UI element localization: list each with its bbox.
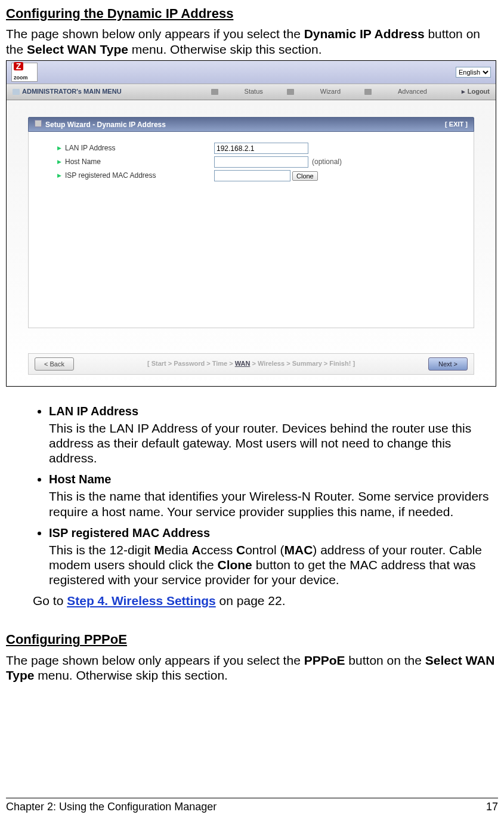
page-footer: Chapter 2: Using the Configuration Manag…	[6, 798, 498, 814]
panel-icon	[35, 120, 42, 127]
router-screenshot: zoom English ADMINISTRATOR's MAIN MENU S…	[6, 60, 496, 387]
section-heading-dynamic-ip: Configuring the Dynamic IP Address	[6, 6, 498, 21]
clone-button[interactable]: Clone	[292, 171, 318, 181]
status-icon	[211, 89, 218, 95]
back-button[interactable]: < Back	[35, 357, 74, 371]
zoom-logo: zoom	[11, 63, 38, 82]
panel-body: ▶ LAN IP Address ▶ Host Name (optional) …	[28, 132, 474, 328]
step4-link[interactable]: Step 4. Wireless Settings	[67, 594, 216, 607]
wizard-steps: [ Start > Password > Time > WAN > Wirele…	[74, 360, 428, 368]
field-descriptions: LAN IP Address This is the LAN IP Addres…	[6, 403, 498, 588]
goto-line: Go to Step 4. Wireless Settings on page …	[33, 593, 498, 608]
main-menu-label: ADMINISTRATOR's MAIN MENU	[22, 88, 122, 95]
next-button[interactable]: Next >	[428, 357, 468, 371]
row-host-name: ▶ Host Name (optional)	[39, 156, 463, 168]
host-name-label: Host Name	[65, 158, 214, 166]
admin-menu-bar: ADMINISTRATOR's MAIN MENU Status Wizard …	[7, 84, 496, 100]
bullet-mac: ISP registered MAC Address This is the 1…	[49, 525, 498, 588]
footer-chapter: Chapter 2: Using the Configuration Manag…	[6, 801, 217, 814]
menu-wizard[interactable]: Wizard	[320, 88, 341, 95]
bullet-icon: ▶	[57, 172, 61, 179]
language-select[interactable]: English	[456, 67, 491, 78]
row-lan-ip: ▶ LAN IP Address	[39, 143, 463, 154]
panel-header: Setup Wizard - Dynamic IP Address [ EXIT…	[28, 117, 474, 132]
wizard-icon	[287, 89, 294, 95]
panel-title: Setup Wizard - Dynamic IP Address	[45, 121, 166, 129]
bullet-icon: ▶	[57, 145, 61, 152]
exit-link[interactable]: [ EXIT ]	[445, 121, 468, 128]
menu-logout[interactable]: Logout	[468, 88, 490, 95]
bullet-host-name: Host Name This is the name that identifi…	[49, 471, 498, 519]
intro-paragraph-2: The page shown below only appears if you…	[6, 653, 498, 683]
lan-ip-label: LAN IP Address	[65, 144, 214, 152]
section-heading-pppoe: Configuring PPPoE	[6, 632, 498, 647]
bullet-icon: ▶	[57, 159, 61, 165]
wizard-footer: < Back [ Start > Password > Time > WAN >…	[28, 353, 474, 375]
mac-label: ISP registered MAC Address	[65, 171, 214, 180]
folder-icon	[13, 89, 20, 95]
bullet-lan-ip: LAN IP Address This is the LAN IP Addres…	[49, 403, 498, 466]
lan-ip-input[interactable]	[214, 143, 308, 154]
row-mac: ▶ ISP registered MAC Address Clone	[39, 170, 463, 181]
intro-paragraph-1: The page shown below only appears if you…	[6, 26, 498, 56]
menu-advanced[interactable]: Advanced	[398, 88, 427, 95]
mac-input[interactable]	[214, 170, 290, 181]
advanced-icon	[364, 89, 372, 95]
footer-page-number: 17	[486, 801, 498, 814]
screenshot-topbar: zoom English	[7, 61, 496, 84]
menu-status[interactable]: Status	[245, 88, 263, 95]
host-name-input[interactable]	[214, 156, 308, 168]
optional-text: (optional)	[312, 158, 342, 166]
panel-area: Setup Wizard - Dynamic IP Address [ EXIT…	[7, 100, 496, 385]
